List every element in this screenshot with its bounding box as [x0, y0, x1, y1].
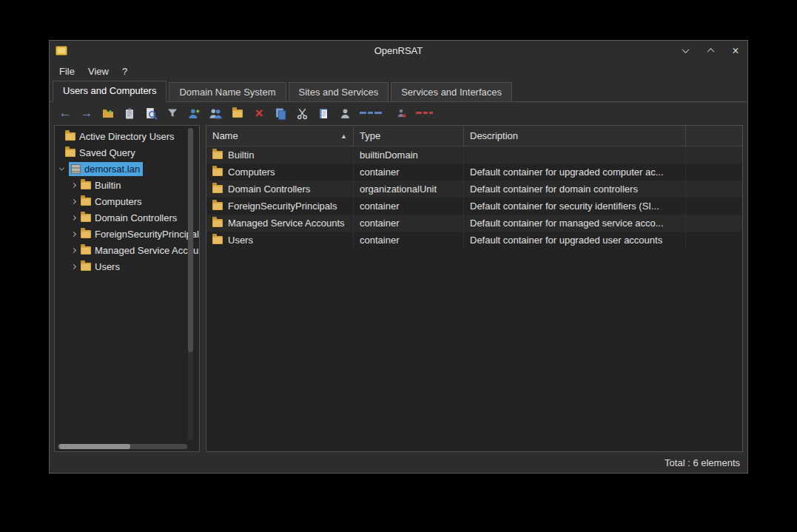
window-shade-button[interactable] — [679, 45, 691, 57]
folder-icon — [81, 198, 91, 206]
tree-item-foreign-security-principals[interactable]: ForeignSecurityPrincipals — [55, 226, 199, 242]
expander-right-icon[interactable] — [70, 249, 77, 252]
tree-item-managed-service-accounts[interactable]: Managed Service Accounts — [55, 242, 199, 258]
toolbar: ← → × — [50, 102, 747, 124]
tab-domain-name-system[interactable]: Domain Name System — [169, 82, 286, 101]
search-button[interactable] — [144, 106, 158, 121]
tree-item-domain-controllers[interactable]: Domain Controllers — [55, 209, 199, 226]
filter-icon — [167, 107, 178, 119]
table-row[interactable]: Builtin builtinDomain — [206, 147, 742, 164]
tree-vertical-scrollbar[interactable] — [188, 128, 193, 440]
table-panel: Name ▲ Type Description Builtin builtinD… — [206, 125, 743, 452]
mini-user-button[interactable] — [394, 106, 408, 121]
tree-item-saved-query[interactable]: Saved Query — [55, 144, 199, 161]
tree-horizontal-scrollbar[interactable] — [58, 444, 187, 449]
column-header-name[interactable]: Name ▲ — [206, 126, 354, 146]
column-header-extra[interactable] — [686, 126, 742, 146]
mini-red-button[interactable] — [416, 106, 435, 121]
forward-button[interactable]: → — [80, 106, 93, 121]
folder-icon — [212, 185, 223, 193]
expander-right-icon[interactable] — [70, 265, 77, 269]
title-bar[interactable]: OpenRSAT × — [50, 41, 747, 61]
expander-right-icon[interactable] — [70, 183, 77, 187]
cell-type: container — [360, 201, 399, 212]
window-close-button[interactable]: × — [730, 45, 741, 57]
cut-button[interactable] — [295, 106, 309, 121]
window-maximize-button[interactable] — [704, 45, 716, 57]
mini-computers-button[interactable] — [360, 106, 386, 121]
tab-sites-and-services[interactable]: Sites and Services — [289, 82, 389, 101]
copy-button[interactable] — [274, 106, 287, 121]
tree-item-active-directory-users[interactable]: Active Directory Users — [55, 128, 199, 144]
tree-item-domain[interactable]: demorsat.lan — [55, 161, 199, 177]
mini-user-icon — [397, 108, 406, 118]
expander-right-icon[interactable] — [70, 216, 77, 220]
folder-icon — [81, 181, 91, 189]
expander-down-icon[interactable] — [58, 167, 65, 171]
scissors-icon — [296, 107, 309, 120]
clipboard-button[interactable] — [123, 106, 136, 121]
copy-icon — [275, 107, 287, 120]
column-header-description[interactable]: Description — [464, 126, 686, 146]
cell-type: builtinDomain — [360, 149, 418, 161]
scrollbar-thumb[interactable] — [188, 128, 193, 352]
column-label: Description — [470, 130, 518, 141]
expander-right-icon[interactable] — [70, 200, 77, 203]
column-label: Name — [212, 130, 238, 141]
close-icon: × — [732, 46, 739, 56]
users-icon — [209, 107, 223, 120]
clipboard-icon — [124, 107, 135, 120]
add-group-button[interactable] — [209, 106, 223, 121]
expander-right-icon[interactable] — [70, 232, 77, 236]
folder-icon — [81, 246, 91, 255]
folder-icon — [212, 202, 223, 210]
sort-ascending-icon: ▲ — [340, 132, 347, 140]
new-folder-button[interactable] — [101, 106, 115, 121]
cell-name: Users — [228, 235, 253, 246]
menu-view[interactable]: View — [81, 63, 115, 80]
tab-services-and-interfaces[interactable]: Services and Interfaces — [391, 82, 512, 101]
menu-help[interactable]: ? — [115, 63, 134, 80]
cell-description: Default container for upgraded computer … — [470, 166, 664, 178]
mini-red-icon — [416, 109, 435, 118]
forward-arrow-icon: → — [81, 107, 93, 120]
folder-icon — [212, 219, 223, 227]
delete-button[interactable]: × — [252, 106, 266, 121]
back-arrow-icon: ← — [59, 107, 72, 120]
paste-button[interactable] — [317, 106, 330, 121]
tree-item-builtin[interactable]: Builtin — [55, 177, 199, 193]
column-label: Type — [360, 130, 380, 141]
user-button[interactable] — [338, 106, 352, 121]
folder-icon — [81, 263, 91, 271]
status-bar: Total : 6 elements — [54, 453, 740, 473]
add-user-button[interactable] — [187, 106, 201, 121]
column-header-type[interactable]: Type — [354, 126, 464, 146]
table-row[interactable]: Managed Service Accounts container Defau… — [206, 215, 742, 232]
cell-name: Domain Controllers — [228, 183, 310, 195]
add-ou-button[interactable] — [231, 106, 244, 121]
table-row[interactable]: Domain Controllers organizationalUnit De… — [206, 181, 742, 198]
cell-name: Computers — [228, 166, 275, 178]
paste-book-icon — [317, 107, 329, 120]
cell-description: Default container for security identifie… — [470, 201, 659, 212]
back-button[interactable]: ← — [58, 106, 72, 121]
table-row[interactable]: Computers container Default container fo… — [206, 164, 742, 181]
scrollbar-thumb[interactable] — [59, 444, 130, 449]
selected-tree-item[interactable]: demorsat.lan — [69, 162, 143, 176]
tree-item-users[interactable]: Users — [55, 258, 199, 275]
cell-description: Default container for domain controllers — [470, 183, 638, 195]
domain-icon — [71, 164, 81, 174]
cell-type: container — [360, 218, 399, 229]
new-folder-icon — [101, 107, 115, 119]
folder-icon — [65, 149, 75, 157]
folder-icon — [81, 214, 91, 222]
tab-users-and-computers[interactable]: Users and Computers — [53, 81, 167, 102]
menu-file[interactable]: File — [53, 63, 81, 80]
filter-button[interactable] — [166, 106, 179, 121]
table-row[interactable]: Users container Default container for up… — [206, 232, 742, 249]
table-row[interactable]: ForeignSecurityPrincipals container Defa… — [206, 198, 742, 215]
tab-bar: Users and Computers Domain Name System S… — [50, 81, 747, 102]
cell-name: Builtin — [228, 149, 254, 161]
tree-item-computers[interactable]: Computers — [55, 193, 199, 209]
cell-name: Managed Service Accounts — [228, 218, 345, 229]
